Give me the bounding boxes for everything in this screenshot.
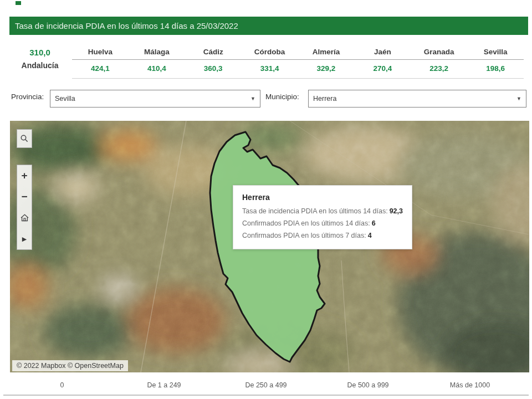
map-search-button[interactable] — [17, 129, 32, 148]
chevron-down-icon: ▼ — [250, 90, 255, 107]
region-incidence-value: 310,0 — [9, 48, 71, 57]
home-icon — [20, 213, 29, 222]
municipio-select[interactable]: Herrera ▼ — [308, 90, 526, 108]
province-incidence-value: 410,4 — [129, 59, 185, 73]
province-column[interactable]: Jaén 270,4 — [354, 47, 411, 79]
province-column[interactable]: Sevilla 198,6 — [467, 47, 524, 79]
province-name: Huelva — [72, 47, 129, 59]
province-incidence-value: 329,2 — [298, 59, 355, 73]
province-column[interactable]: Granada 223,2 — [411, 47, 467, 79]
incidence-legend: 0 De 1 a 249 De 250 a 499 De 500 a 999 M… — [11, 381, 521, 389]
map-canvas[interactable]: + − ▶ Herrera Tasa de — [10, 121, 529, 372]
province-column[interactable]: Cádiz 360,3 — [185, 47, 242, 79]
plus-icon: + — [21, 170, 27, 182]
province-name: Córdoba — [242, 47, 298, 59]
province-column[interactable]: Málaga 410,4 — [129, 47, 185, 79]
tooltip-value: 92,3 — [390, 207, 403, 215]
decorative-green-mark — [16, 1, 21, 5]
search-icon — [20, 134, 29, 143]
tooltip-rows: Tasa de incidencia PDIA en los últimos 1… — [242, 206, 403, 242]
tooltip-value: 6 — [372, 219, 376, 227]
region-summary: 310,0 Andalucía — [9, 48, 71, 70]
region-name: Andalucía — [9, 61, 71, 70]
province-name: Cádiz — [185, 47, 242, 59]
province-incidence-value: 331,4 — [242, 59, 298, 73]
tooltip-label: Tasa de incidencia PDIA en los últimos 1… — [242, 207, 388, 215]
play-arrow-icon: ▶ — [22, 236, 27, 243]
province-column[interactable]: Almería 329,2 — [298, 47, 355, 79]
province-table: Huelva 424,1 Málaga 410,4 Cádiz 360,3 Có… — [72, 47, 524, 79]
tooltip-value: 4 — [368, 232, 372, 239]
map-tooltip: Herrera Tasa de incidencia PDIA en los ú… — [233, 185, 412, 249]
province-incidence-value: 424,1 — [72, 59, 129, 73]
province-columns: Huelva 424,1 Málaga 410,4 Cádiz 360,3 Có… — [72, 47, 524, 79]
municipio-label: Municipio: — [265, 93, 299, 101]
legend-label: 0 — [11, 381, 113, 389]
map-attribution[interactable]: © 2022 Mapbox © OpenStreetMap — [12, 360, 128, 371]
province-column[interactable]: Córdoba 331,4 — [242, 47, 298, 79]
table-divider — [72, 78, 524, 79]
provincia-selected-value: Sevilla — [55, 90, 75, 107]
provincia-select[interactable]: Sevilla ▼ — [50, 90, 260, 108]
tooltip-row: Confirmados PDIA en los últimos 7 días:4 — [242, 230, 403, 242]
municipio-selected-value: Herrera — [313, 90, 336, 107]
province-name: Almería — [298, 47, 355, 59]
province-incidence-value: 223,2 — [411, 59, 467, 73]
province-name: Granada — [411, 47, 467, 59]
province-name: Jaén — [354, 47, 411, 59]
dashboard-page: Tasa de incidencia PDIA en los últimos 1… — [0, 0, 532, 399]
chevron-down-icon: ▼ — [516, 90, 521, 107]
legend-label: De 250 a 499 — [215, 381, 317, 389]
minus-icon: − — [21, 191, 27, 203]
table-divider — [72, 59, 524, 60]
tooltip-label: Confirmados PDIA en los últimos 7 días: — [242, 232, 366, 239]
tooltip-row: Tasa de incidencia PDIA en los últimos 1… — [242, 206, 403, 218]
home-button[interactable] — [17, 207, 32, 228]
province-column[interactable]: Huelva 424,1 — [72, 47, 129, 79]
bottom-divider — [3, 395, 529, 396]
provincia-label: Provincia: — [11, 93, 44, 101]
legend-label: Más de 1000 — [419, 381, 521, 389]
province-incidence-value: 270,4 — [354, 59, 411, 73]
tooltip-row: Confirmados PDIA en los últimos 14 días:… — [242, 218, 403, 230]
zoom-out-button[interactable]: − — [17, 186, 32, 207]
tooltip-label: Confirmados PDIA en los últimos 14 días: — [242, 219, 370, 227]
map-zoom-controls: + − ▶ — [17, 165, 32, 250]
province-name: Sevilla — [467, 47, 524, 59]
zoom-in-button[interactable]: + — [17, 165, 32, 186]
expand-button[interactable]: ▶ — [17, 228, 32, 249]
page-title: Tasa de incidencia PDIA en los últimos 1… — [15, 21, 238, 30]
legend-label: De 500 a 999 — [317, 381, 419, 389]
legend-label: De 1 a 249 — [113, 381, 215, 389]
province-incidence-value: 198,6 — [467, 59, 524, 73]
tooltip-title: Herrera — [242, 193, 403, 202]
province-name: Málaga — [129, 47, 185, 59]
province-incidence-value: 360,3 — [185, 59, 242, 73]
header-bar: Tasa de incidencia PDIA en los últimos 1… — [9, 17, 528, 35]
